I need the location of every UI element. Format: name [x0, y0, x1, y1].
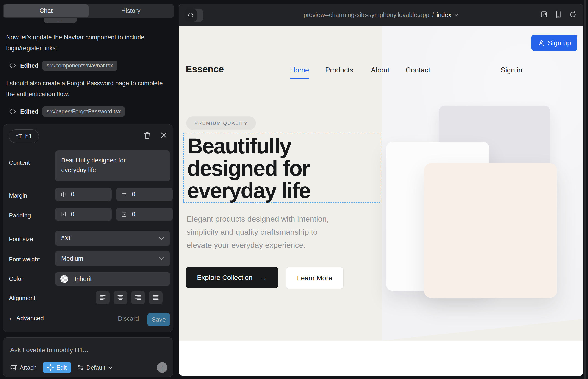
element-tag: h1	[25, 133, 32, 140]
edit-mode-button[interactable]: Edit	[43, 362, 71, 373]
site-brand[interactable]: Essence	[186, 64, 224, 75]
advanced-toggle[interactable]: › Advanced	[9, 315, 44, 322]
url-bar[interactable]: preview--charming-site-symphony.lovable.…	[179, 4, 583, 26]
align-left-icon	[99, 294, 106, 301]
margin-y-input[interactable]: 0	[116, 188, 173, 201]
chevron-down-icon	[454, 14, 459, 16]
edited-label: Edited	[20, 108, 38, 115]
font-size-select[interactable]: 5XL	[55, 231, 170, 246]
delete-element-button[interactable]	[144, 131, 151, 140]
color-swatch-transparent	[60, 275, 68, 283]
nav-products[interactable]: Products	[325, 66, 353, 74]
close-icon[interactable]	[160, 132, 167, 139]
url-host: preview--charming-site-symphony.lovable.…	[304, 12, 430, 19]
sliders-icon	[77, 364, 84, 371]
align-justify-icon	[152, 294, 159, 301]
preview-pane: preview--charming-site-symphony.lovable.…	[179, 4, 583, 376]
margin-label: Margin	[9, 192, 27, 199]
margin-horizontal-icon	[60, 191, 66, 197]
font-weight-label: Font weight	[9, 256, 40, 263]
content-input[interactable]: Beautifully designed for everyday life	[55, 151, 170, 181]
padding-x-input[interactable]: 0	[55, 208, 112, 221]
preview-toolbar: preview--charming-site-symphony.lovable.…	[179, 4, 583, 26]
text-type-icon: тT	[15, 133, 22, 140]
padding-vertical-icon	[121, 211, 127, 217]
send-button[interactable]: ↑	[157, 362, 167, 373]
margin-x-input[interactable]: 0	[55, 188, 112, 201]
edited-file-row: Edited src/components/Navbar.tsx	[9, 60, 117, 71]
hero-paragraph: Elegant products designed with intention…	[187, 212, 329, 252]
crosshair-icon	[47, 364, 54, 371]
chat-message: Now let's update the Navbar component to…	[6, 32, 165, 54]
learn-more-button[interactable]: Learn More	[286, 267, 343, 289]
file-chip[interactable]: src/pages/ForgotPassword.tsx	[42, 107, 125, 117]
color-label: Color	[9, 275, 23, 283]
mode-select[interactable]: Default	[77, 364, 113, 371]
chevron-right-icon: ›	[9, 316, 11, 321]
refresh-button[interactable]	[569, 11, 576, 19]
color-picker-field[interactable]: Inherit	[55, 272, 170, 286]
margin-vertical-icon	[121, 191, 127, 197]
nav-home[interactable]: Home	[290, 66, 309, 79]
align-center-button[interactable]	[113, 291, 127, 304]
url-page: index	[437, 12, 451, 19]
file-chip[interactable]: src/components/Navbar.tsx	[42, 61, 117, 71]
mobile-view-button[interactable]	[556, 11, 561, 19]
alignment-label: Alignment	[9, 295, 35, 302]
code-icon	[9, 63, 16, 68]
explore-collection-button[interactable]: Explore Collection →	[186, 267, 278, 288]
arrow-up-icon: ↑	[161, 364, 164, 371]
composer-input[interactable]: Ask Lovable to modify H1...	[10, 347, 88, 354]
chat-message: I should also create a Forgot Password p…	[6, 78, 165, 100]
edited-label: Edited	[20, 62, 38, 69]
window-scrollbar[interactable]	[584, 0, 586, 379]
decor-card-peach	[424, 163, 557, 298]
open-external-button[interactable]	[540, 11, 548, 19]
element-editor-panel: тT h1 Content Beautifully designed for e…	[3, 124, 173, 332]
sign-up-button[interactable]: Sign up	[531, 35, 577, 51]
tab-history[interactable]: History	[89, 4, 173, 17]
padding-y-input[interactable]: 0	[116, 208, 173, 221]
font-size-label: Font size	[9, 236, 33, 243]
selected-element-pill[interactable]: тT h1	[9, 129, 39, 143]
chevron-down-icon	[158, 257, 164, 260]
content-label: Content	[9, 159, 30, 166]
align-left-button[interactable]	[96, 291, 110, 304]
arrow-right-icon: →	[260, 274, 267, 282]
edited-file-row: Edited src/pages/ForgotPassword.tsx	[9, 106, 125, 117]
hero-heading[interactable]: Beautifully designed for everyday life	[187, 135, 310, 202]
user-icon	[538, 40, 544, 46]
nav-about[interactable]: About	[371, 66, 389, 74]
discard-button[interactable]: Discard	[118, 315, 139, 322]
align-justify-button[interactable]	[149, 291, 163, 304]
chevron-down-icon	[158, 237, 164, 240]
padding-horizontal-icon	[60, 211, 66, 217]
save-button[interactable]: Save	[147, 313, 170, 326]
align-center-icon	[117, 294, 124, 301]
code-icon	[9, 109, 16, 114]
padding-label: Padding	[9, 212, 31, 219]
align-right-icon	[135, 294, 141, 301]
font-weight-select[interactable]: Medium	[55, 251, 170, 266]
url-separator: /	[432, 12, 434, 19]
premium-badge: PREMIUM QUALITY	[186, 116, 256, 130]
sign-in-link[interactable]: Sign in	[501, 66, 522, 74]
align-right-button[interactable]	[131, 291, 145, 304]
attach-button[interactable]: Attach	[10, 364, 37, 371]
chat-history-tabbar: Chat History	[3, 4, 174, 18]
chat-composer: Ask Lovable to modify H1... Attach Edit …	[3, 337, 173, 377]
attach-image-icon	[10, 364, 17, 371]
nav-contact[interactable]: Contact	[406, 66, 430, 74]
tab-chat[interactable]: Chat	[4, 4, 89, 17]
site-preview: Essence Home Products About Contact Sign…	[179, 26, 583, 376]
chevron-down-icon	[108, 366, 113, 369]
